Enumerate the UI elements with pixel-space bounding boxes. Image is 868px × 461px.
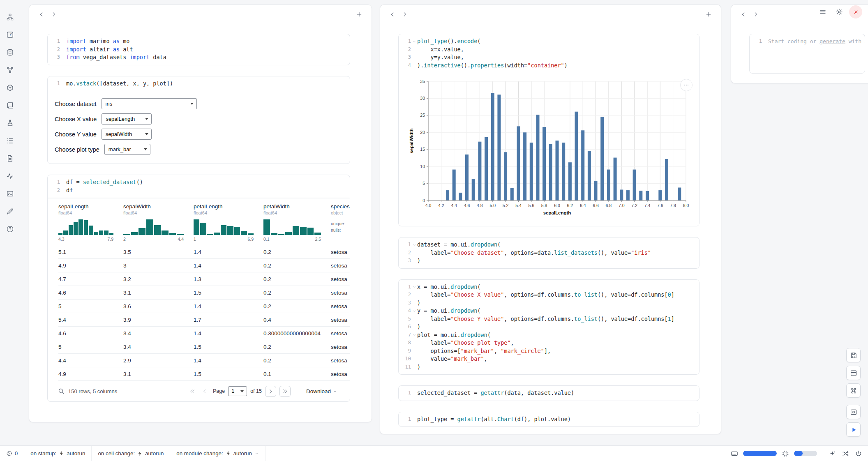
error-count-indicator[interactable]: 0 (0, 446, 24, 461)
fold-slot[interactable] (411, 283, 417, 291)
notebook-cell: 1dataset = mo.ui.dropdown(2 label="Choos… (398, 237, 699, 269)
first-page-button[interactable] (188, 387, 197, 396)
packages-panel-button[interactable] (4, 81, 16, 94)
on-module-change-setting[interactable]: on module change:autorun (170, 446, 265, 461)
chev-left-icon (740, 11, 747, 18)
restart-kernel-button[interactable] (855, 450, 862, 457)
experiments-panel-button[interactable] (4, 117, 16, 129)
code-editor[interactable]: 1mo.vstack([dataset, x, y, plot]) (48, 76, 350, 91)
chev-right-icon (753, 11, 759, 18)
move-column-right-button[interactable] (48, 9, 60, 20)
caret-down-icon (333, 389, 337, 394)
notebook-menu-button[interactable] (816, 5, 829, 18)
layout-select-button[interactable] (846, 366, 861, 380)
table-column-header[interactable]: petalWidthfloat640.12.5 (263, 203, 331, 245)
on-startup-setting[interactable]: on startup:autorun (24, 446, 92, 461)
table-column-header[interactable]: sepalWidthfloat6424.4 (123, 203, 194, 245)
outline-panel-icon (6, 13, 14, 21)
download-button[interactable]: Download (306, 388, 337, 394)
help-panel-button[interactable] (4, 223, 16, 235)
page-select[interactable]: 1 (228, 386, 247, 396)
table-column-header[interactable]: speciesobjectunique:nulls: (331, 203, 350, 245)
editor-placeholder: Start coding or generate with AI (768, 37, 865, 46)
altair-bar-chart[interactable]: 4.04.24.44.64.85.05.25.45.65.86.06.26.46… (408, 77, 695, 221)
run-all-button[interactable] (846, 422, 861, 437)
functions-panel-button[interactable]: f (4, 28, 16, 41)
choose-y-value-select[interactable]: sepalWidth (102, 129, 152, 140)
prev-page-icon (202, 388, 208, 394)
scratchpad-panel-button[interactable] (4, 205, 16, 217)
table-cell: 1.7 (194, 317, 263, 323)
tracing-panel-button[interactable] (4, 170, 16, 182)
code-line: 1plot_type = getattr(alt.Chart(df), plot… (399, 415, 699, 424)
code-editor[interactable]: 1dataset = mo.ui.dropdown(2 label="Choos… (399, 237, 699, 268)
snippets-panel-button[interactable] (4, 152, 16, 164)
next-page-button[interactable] (265, 386, 276, 397)
present-mode-button[interactable] (846, 405, 861, 419)
scratchpad-panel-icon (6, 207, 14, 215)
svg-text:6.2: 6.2 (567, 203, 573, 208)
prev-page-button[interactable] (201, 387, 210, 396)
choose-plot-type-select[interactable]: mark_bar (104, 144, 150, 155)
add-cell-button[interactable] (353, 9, 365, 20)
line-number: 3 (399, 257, 411, 265)
terminal-panel-button[interactable] (4, 187, 16, 200)
code-editor[interactable]: 1import marimo as mo2import altair as al… (48, 34, 350, 65)
choose-x-value-select[interactable]: sepalLength (102, 113, 152, 124)
column-range: 4.37.9 (58, 237, 113, 245)
chart-menu-button[interactable] (680, 79, 693, 91)
new-cell-editor[interactable]: 1Start coding or generate with AI (749, 34, 865, 74)
dropdown-label: Choose dataset (55, 101, 97, 107)
table-cell: 4.9 (58, 371, 123, 377)
move-column-right-button[interactable] (399, 9, 411, 20)
shutdown-button[interactable] (849, 5, 862, 18)
cpu-usage-button[interactable] (782, 450, 789, 457)
choose-dataset-select[interactable]: iris (102, 98, 197, 109)
dependencies-panel-button[interactable] (4, 64, 16, 76)
table-cell: setosa (331, 249, 350, 255)
svg-text:sepalLength: sepalLength (543, 210, 571, 215)
on-cell-change-setting[interactable]: on cell change:autorun (92, 446, 170, 461)
column-stats: unique:nulls: (331, 220, 350, 237)
datasources-panel-button[interactable] (4, 46, 16, 58)
ai-assistant-button[interactable] (829, 450, 836, 457)
fold-slot[interactable] (411, 37, 417, 46)
keyboard-shortcuts-button[interactable] (846, 383, 861, 398)
table-row: 5.43.91.70.4setosa (58, 313, 350, 327)
table-search-button[interactable] (58, 387, 65, 395)
notebook-cell: 1df = selected_dataset()2dfsepalLengthfl… (47, 175, 350, 402)
code-line: 1selected_dataset = getattr(data, datase… (399, 389, 699, 397)
sparkle-icon (829, 450, 836, 457)
move-column-right-button[interactable] (750, 9, 762, 20)
documentation-panel-button[interactable] (4, 99, 16, 111)
settings-button[interactable] (833, 5, 846, 18)
code-editor[interactable]: 1plot_type = getattr(alt.Chart(df), plot… (399, 412, 699, 427)
chip-icon (782, 450, 789, 457)
status-bar: 0 on startup:autorunon cell change:autor… (0, 445, 868, 461)
fold-slot[interactable] (411, 331, 417, 339)
shuffle-button[interactable] (842, 450, 849, 457)
move-column-left-button[interactable] (36, 9, 47, 20)
add-cell-button[interactable] (703, 9, 714, 20)
line-number: 6 (399, 323, 411, 331)
code-editor[interactable]: 1plot_type().encode(2 x=x.value,3 y=y.va… (399, 34, 699, 73)
fold-slot[interactable] (411, 241, 417, 249)
code-editor[interactable]: 1selected_dataset = getattr(data, datase… (399, 386, 699, 401)
generate-with-ai-link[interactable]: generate (820, 38, 845, 44)
fold-slot (411, 249, 417, 257)
move-column-left-button[interactable] (738, 9, 749, 20)
memory-usage-button[interactable] (731, 450, 738, 457)
code-editor[interactable]: 1x = mo.ui.dropdown(2 label="Choose X va… (399, 280, 699, 375)
save-notebook-button[interactable] (846, 348, 861, 362)
outline-panel-button[interactable] (4, 11, 16, 23)
table-column-header[interactable]: sepalLengthfloat644.37.9 (58, 203, 123, 245)
table-column-header[interactable]: petalLengthfloat6416.9 (194, 203, 263, 245)
command-icon (850, 387, 857, 394)
fold-slot[interactable] (411, 307, 417, 315)
logs-panel-button[interactable] (4, 134, 16, 147)
last-page-button[interactable] (279, 386, 291, 397)
table-cell: 0.2 (263, 249, 331, 255)
table-cell: setosa (331, 317, 350, 323)
code-editor[interactable]: 1df = selected_dataset()2df (48, 175, 350, 198)
move-column-left-button[interactable] (387, 9, 398, 20)
